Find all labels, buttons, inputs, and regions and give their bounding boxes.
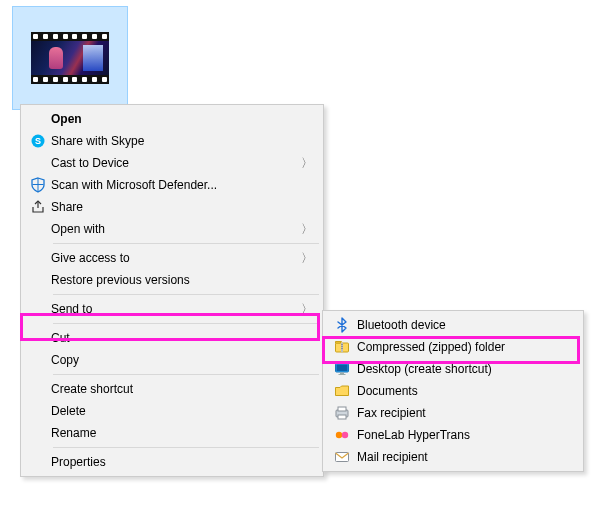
- sendto-fonelab[interactable]: FoneLab HyperTrans: [325, 424, 581, 446]
- menu-properties[interactable]: Properties: [23, 451, 321, 473]
- svg-point-14: [336, 432, 342, 438]
- chevron-right-icon: 〉: [301, 301, 313, 318]
- sendto-desktop[interactable]: Desktop (create shortcut): [325, 358, 581, 380]
- menu-copy[interactable]: Copy: [23, 349, 321, 371]
- svg-rect-6: [341, 348, 343, 349]
- svg-rect-9: [340, 373, 344, 375]
- fax-icon: [327, 405, 357, 421]
- svg-rect-5: [341, 346, 343, 347]
- sendto-zip[interactable]: Compressed (zipped) folder: [325, 336, 581, 358]
- menu-defender-label: Scan with Microsoft Defender...: [51, 178, 299, 192]
- menu-restore-previous[interactable]: Restore previous versions: [23, 269, 321, 291]
- zip-icon: [327, 339, 357, 355]
- menu-cut-label: Cut: [51, 331, 299, 345]
- menu-share-skype[interactable]: S Share with Skype: [23, 130, 321, 152]
- menu-give-access-label: Give access to: [51, 251, 299, 265]
- menu-share-skype-label: Share with Skype: [51, 134, 299, 148]
- separator: [53, 323, 319, 324]
- menu-cut[interactable]: Cut: [23, 327, 321, 349]
- separator: [53, 294, 319, 295]
- separator: [53, 243, 319, 244]
- share-icon: [25, 199, 51, 215]
- menu-open-with[interactable]: Open with 〉: [23, 218, 321, 240]
- menu-send-to[interactable]: Send to 〉: [23, 298, 321, 320]
- menu-open[interactable]: Open: [23, 108, 321, 130]
- svg-rect-13: [338, 415, 346, 419]
- sendto-bluetooth-label: Bluetooth device: [357, 318, 559, 332]
- menu-cast-label: Cast to Device: [51, 156, 299, 170]
- sendto-fax-label: Fax recipient: [357, 406, 559, 420]
- menu-share[interactable]: Share: [23, 196, 321, 218]
- svg-rect-8: [337, 365, 348, 372]
- svg-rect-10: [339, 374, 346, 375]
- sendto-desktop-label: Desktop (create shortcut): [357, 362, 559, 376]
- menu-rename[interactable]: Rename: [23, 422, 321, 444]
- separator: [53, 447, 319, 448]
- shield-icon: [25, 177, 51, 193]
- separator: [53, 374, 319, 375]
- menu-give-access[interactable]: Give access to 〉: [23, 247, 321, 269]
- send-to-submenu: Bluetooth device Compressed (zipped) fol…: [322, 310, 584, 472]
- menu-rename-label: Rename: [51, 426, 299, 440]
- svg-rect-12: [338, 407, 346, 411]
- menu-copy-label: Copy: [51, 353, 299, 367]
- desktop-icon: [327, 361, 357, 377]
- menu-defender[interactable]: Scan with Microsoft Defender...: [23, 174, 321, 196]
- sendto-documents-label: Documents: [357, 384, 559, 398]
- sendto-mail[interactable]: Mail recipient: [325, 446, 581, 468]
- sendto-fonelab-label: FoneLab HyperTrans: [357, 428, 559, 442]
- menu-create-shortcut-label: Create shortcut: [51, 382, 299, 396]
- bluetooth-icon: [327, 317, 357, 333]
- menu-create-shortcut[interactable]: Create shortcut: [23, 378, 321, 400]
- fonelab-icon: [327, 427, 357, 443]
- film-strip-icon: [31, 32, 109, 84]
- sendto-zip-label: Compressed (zipped) folder: [357, 340, 559, 354]
- menu-properties-label: Properties: [51, 455, 299, 469]
- chevron-right-icon: 〉: [301, 221, 313, 238]
- sendto-documents[interactable]: Documents: [325, 380, 581, 402]
- context-menu: Open S Share with Skype Cast to Device 〉…: [20, 104, 324, 477]
- video-file-thumbnail[interactable]: [12, 6, 128, 110]
- folder-icon: [327, 383, 357, 399]
- chevron-right-icon: 〉: [301, 155, 313, 172]
- sendto-mail-label: Mail recipient: [357, 450, 559, 464]
- skype-icon: S: [25, 133, 51, 149]
- chevron-right-icon: 〉: [301, 250, 313, 267]
- svg-rect-4: [341, 344, 343, 345]
- menu-open-with-label: Open with: [51, 222, 299, 236]
- svg-text:S: S: [35, 136, 41, 146]
- menu-delete[interactable]: Delete: [23, 400, 321, 422]
- menu-open-label: Open: [51, 112, 299, 126]
- svg-point-15: [342, 432, 348, 438]
- menu-cast[interactable]: Cast to Device 〉: [23, 152, 321, 174]
- menu-send-to-label: Send to: [51, 302, 299, 316]
- sendto-bluetooth[interactable]: Bluetooth device: [325, 314, 581, 336]
- mail-icon: [327, 449, 357, 465]
- menu-delete-label: Delete: [51, 404, 299, 418]
- sendto-fax[interactable]: Fax recipient: [325, 402, 581, 424]
- menu-restore-previous-label: Restore previous versions: [51, 273, 299, 287]
- menu-share-label: Share: [51, 200, 299, 214]
